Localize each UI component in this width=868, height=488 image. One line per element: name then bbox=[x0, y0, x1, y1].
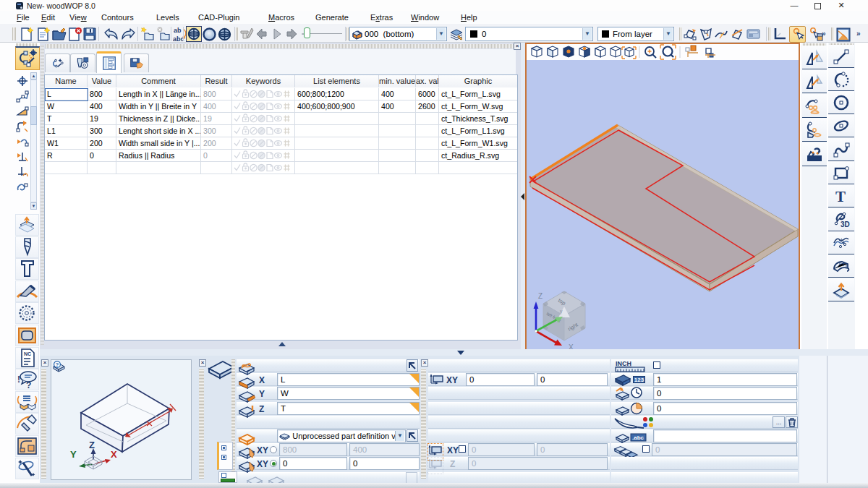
svg-text:3D: 3D bbox=[841, 221, 850, 228]
svg-text:X: X bbox=[111, 449, 117, 460]
svg-text:INCH: INCH bbox=[616, 360, 631, 367]
svg-text:NC: NC bbox=[24, 351, 31, 356]
svg-text:Z: Z bbox=[538, 292, 542, 300]
svg-text:!: ! bbox=[17, 374, 20, 385]
svg-text:Z: Z bbox=[89, 440, 95, 450]
svg-text:Y: Y bbox=[70, 449, 77, 460]
svg-text:y: y bbox=[560, 309, 563, 314]
svg-text:T: T bbox=[835, 188, 846, 205]
svg-text:.abc: .abc bbox=[632, 435, 644, 441]
svg-text:?: ? bbox=[56, 361, 59, 368]
svg-text:?: ? bbox=[26, 380, 31, 390]
svg-text:ab: ab bbox=[174, 27, 182, 34]
